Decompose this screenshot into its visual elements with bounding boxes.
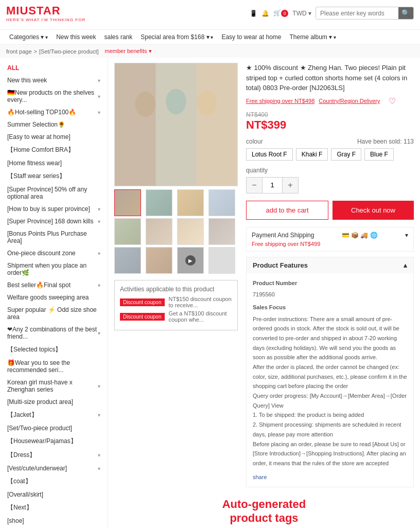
sidebar-item-how-to-buy[interactable]: [How to buy is super province] ▾ (0, 203, 108, 215)
color-khaki[interactable]: Khaki F (296, 148, 328, 161)
search-input[interactable] (316, 8, 398, 19)
share-link[interactable]: share (253, 474, 267, 480)
sidebar-item-new-products[interactable]: 🇩🇪New products on the shelves every... ▾ (0, 86, 108, 106)
checkout-button[interactable]: Check out now (332, 201, 414, 220)
product-info: ★ 100% discount ★ Zheng Han. Two pieces!… (246, 63, 414, 487)
sidebar-item-bonus-points[interactable]: [Bonus Points Plus Purchase Area] (0, 227, 108, 247)
sidebar-item-super-popular[interactable]: Super popular ⚡ Odd size shoe area (0, 304, 108, 323)
color-blue[interactable]: Blue F (364, 148, 394, 161)
discounts-box: Activities applicable to this product Di… (114, 280, 238, 330)
quantity-input[interactable] (262, 178, 283, 193)
sidebar-item-set-two-piece[interactable]: [Set/Two-piece product] (0, 422, 108, 434)
sidebar-item-multisize[interactable]: [Multi-size product area] (0, 396, 108, 408)
sidebar-item-coat[interactable]: 【coat】 (0, 474, 108, 488)
sidebar-item-best-seller[interactable]: Best seller🔥Final spot ▾ (0, 279, 108, 291)
currency-selector[interactable]: TWD ▾ (292, 10, 311, 17)
sidebar-item-overall-skirt[interactable]: [Overall/skirt] (0, 488, 108, 501)
shipping-link[interactable]: Free shipping over NT$498 (246, 98, 314, 104)
qty-decrease-button[interactable]: − (247, 178, 262, 193)
add-to-cart-button[interactable]: add to the cart (246, 201, 328, 220)
thumb-1[interactable] (114, 189, 141, 216)
sales-focus-label: Sales Focus (253, 303, 286, 312)
play-button[interactable]: ▶ (185, 255, 196, 266)
thumb-10[interactable] (146, 247, 172, 274)
nav-new-week[interactable]: New this week (53, 32, 99, 42)
sidebar-item-shipment[interactable]: Shipment when you place an order🌿 (0, 259, 108, 279)
thumb-5[interactable] (114, 218, 141, 245)
qty-increase-button[interactable]: + (283, 178, 298, 193)
nav-theme-album[interactable]: Theme album ▾ (286, 32, 339, 42)
member-benefits[interactable]: member benefits ▾ (105, 48, 152, 55)
thumb-4[interactable] (208, 189, 235, 216)
thumb-7[interactable] (177, 218, 204, 245)
sidebar-item-summer[interactable]: Summer Selection🌻 (0, 118, 108, 131)
discount-badge-2[interactable]: Discount coupon (120, 313, 165, 321)
sidebar-item-welfare[interactable]: Welfare goods sweeping area (0, 291, 108, 304)
action-buttons: add to the cart Check out now (246, 201, 414, 220)
chevron-right-icon: ▾ (98, 452, 100, 458)
features-body: Product Number 7195560 Sales Focus Pre-o… (247, 273, 413, 487)
sidebar-item-shoe[interactable]: [shoe] (0, 515, 108, 527)
sidebar-item-next[interactable]: 【Next】 (0, 501, 108, 515)
sidebar-label: 【Next】 (7, 503, 32, 512)
sidebar-item-new-week[interactable]: New this week ▾ (0, 74, 108, 86)
color-lotus-root[interactable]: Lotus Root F (246, 148, 293, 161)
chevron-down-icon: ▾ (405, 232, 408, 239)
sidebar-item-jacket[interactable]: 【Jacket】 ▾ (0, 408, 108, 422)
search-button[interactable]: 🔍 (398, 7, 413, 19)
sidebar-item-korean[interactable]: Korean girl must-have x Zhenghan series … (0, 376, 108, 396)
sidebar-item-dress[interactable]: 【Dress】 ▾ (0, 448, 108, 462)
notification-icon[interactable]: 🔔 (261, 10, 269, 17)
sidebar-item-super-province-50[interactable]: [Super Province] 50% off any optional ar… (0, 183, 108, 203)
sidebar-item-hot-selling[interactable]: 🔥Hot-selling TOP100🔥 ▾ (0, 106, 108, 118)
thumb-3[interactable] (177, 189, 204, 216)
sidebar-item-all[interactable]: ALL (0, 62, 108, 74)
sidebar-label: [shoe] (7, 517, 24, 524)
nav-sales-rank[interactable]: sales rank (101, 32, 136, 42)
sidebar-item-home-fitness[interactable]: [Home fitness wear] (0, 157, 108, 169)
sold-count: Have been sold: 113 (357, 138, 414, 145)
sidebar-item-selected-topics[interactable]: 【Selected topics】 (0, 343, 108, 357)
sidebar-item-easy-wear[interactable]: [Easy to wear at home] (0, 131, 108, 143)
sales-focus-text: Pre-order instructions: There are a smal… (253, 314, 407, 468)
nav-categories[interactable]: Categories ▾ (6, 32, 51, 42)
sidebar-item-168-down[interactable]: [Super Province] 168 down kills ▾ (0, 215, 108, 227)
main-image-placeholder (115, 63, 237, 186)
thumb-2[interactable] (146, 189, 172, 216)
thumb-12[interactable] (208, 247, 235, 274)
svg-rect-1 (115, 63, 155, 186)
wishlist-icon[interactable]: ♡ (389, 96, 396, 106)
breadcrumb-front-page[interactable]: front page (6, 48, 32, 55)
nav-easy-wear[interactable]: Easy to wear at home (218, 32, 284, 42)
sidebar-item-housewear[interactable]: 【Housewear/Pajamas】 (0, 434, 108, 448)
main-product-image[interactable] (114, 63, 238, 186)
thumb-6[interactable] (146, 218, 172, 245)
sidebar-label: [Home fitness wear] (7, 160, 62, 167)
svg-point-6 (197, 91, 217, 116)
breadcrumb-set[interactable]: [Set/Two-piece product] (39, 48, 99, 55)
mobile-icon[interactable]: 📱 (250, 10, 257, 17)
country-delivery-link[interactable]: Country/Region Delivery (319, 98, 380, 104)
thumb-9[interactable] (114, 247, 141, 274)
sidebar-item-vest[interactable]: [Vest/cute/underwear] ▾ (0, 462, 108, 474)
sidebar-label: Summer Selection🌻 (7, 121, 65, 128)
thumb-8[interactable] (208, 218, 235, 245)
sidebar-item-wear-recommend[interactable]: 🎁Wear you to see the recommended seri... (0, 357, 108, 376)
payment-icons: 💳 📦 🚚 🌐 (342, 232, 378, 239)
nav-special-area[interactable]: Special area from $168 ▾ (137, 32, 216, 42)
sidebar-item-best-friend[interactable]: ❤Any 2 combinations of the best friend..… (0, 323, 108, 343)
sidebar-item-staff-wear[interactable]: 【Staff wear series】 (0, 169, 108, 183)
color-gray[interactable]: Gray F (331, 148, 361, 161)
sidebar-item-home-bra[interactable]: 【Home Comfort BRA】 (0, 143, 108, 157)
features-header[interactable]: Product Features ▴ (247, 257, 413, 273)
sidebar-item-one-piece[interactable]: One-piece discount zone ▾ (0, 247, 108, 259)
discount-badge-1[interactable]: Discount coupon (120, 298, 165, 306)
chevron-right-icon: ▾ (98, 412, 100, 418)
product-title: ★ 100% discount ★ Zheng Han. Two pieces!… (246, 63, 414, 93)
sidebar-label: 【Dress】 (7, 451, 36, 460)
color-label: colour Have been sold: 113 (246, 138, 414, 145)
sidebar-label: 【Selected topics】 (7, 345, 61, 354)
payment-header[interactable]: Payment And Shipping 💳 📦 🚚 🌐 ▾ (252, 232, 408, 239)
cart-icon[interactable]: 🛒0 (273, 9, 288, 17)
thumb-video[interactable]: ▶ (177, 247, 204, 274)
